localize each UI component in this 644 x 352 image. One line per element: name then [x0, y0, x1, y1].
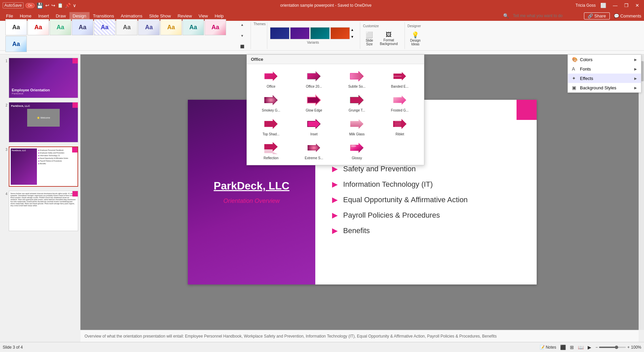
- menu-review[interactable]: Review: [174, 12, 195, 20]
- menu-view[interactable]: View: [195, 12, 211, 20]
- menu-transitions[interactable]: Transitions: [90, 12, 117, 20]
- normal-view-icon[interactable]: ⬛: [560, 345, 566, 350]
- background-styles-label: Background Styles: [580, 85, 616, 90]
- effect-topshad[interactable]: Top Shad...: [250, 115, 292, 138]
- theme-2[interactable]: Aa: [28, 19, 49, 35]
- slide-thumb-3[interactable]: 3 ParkDeck, LLC Employee Personnel Handb…: [1, 146, 79, 187]
- effect-smoky[interactable]: Smokey G...: [250, 91, 292, 115]
- ribbon-scroll: ▲ ▼ ⬛: [240, 22, 244, 49]
- effect-banded[interactable]: Banded E...: [378, 67, 421, 91]
- effect-riblet[interactable]: Riblet: [378, 115, 421, 138]
- theme-9[interactable]: Aa: [182, 19, 204, 35]
- theme-11[interactable]: Aa: [5, 36, 27, 52]
- variant-2[interactable]: [290, 27, 310, 39]
- menu-slideshow[interactable]: Slide Show: [146, 12, 174, 20]
- effect-office[interactable]: Office: [250, 67, 292, 91]
- zoom-slider[interactable]: [599, 347, 626, 348]
- effect-glossy[interactable]: Glossy: [335, 138, 378, 162]
- user-name: Tricia Goss: [576, 3, 596, 8]
- effect-frosted-label: Frosted G...: [391, 108, 409, 112]
- customize-effects[interactable]: ✦ Effects ▶: [568, 74, 641, 83]
- menu-animations[interactable]: Animations: [117, 12, 146, 20]
- customize-background-styles[interactable]: ▣ Background Styles ▶: [568, 83, 641, 92]
- variant-3[interactable]: [310, 27, 330, 39]
- effect-subtle[interactable]: Subtle So...: [335, 67, 378, 91]
- more-icon[interactable]: ∨: [73, 3, 76, 8]
- variant-1[interactable]: [270, 27, 289, 39]
- design-ideas-label: Design Ideas: [410, 39, 421, 46]
- slide-item-2: ▶ Safety and Prevention: [332, 165, 520, 173]
- right-scrollbar[interactable]: [639, 54, 644, 330]
- menu-design[interactable]: Design: [69, 12, 90, 20]
- zoom-in-icon[interactable]: +: [627, 345, 630, 350]
- menu-help[interactable]: Help: [211, 12, 227, 20]
- restore-down-icon[interactable]: ⬜: [598, 2, 608, 9]
- menu-home[interactable]: Home: [16, 12, 35, 20]
- background-styles-icon: ▣: [572, 85, 577, 90]
- ribbon-content: Aa Aa Aa Aa Aa Aa Aa Aa Aa Aa Aa ▲ ▼ ⬛ T…: [0, 21, 644, 50]
- slide-size-button[interactable]: ⬜ Slide Size: [363, 30, 376, 47]
- effect-glow[interactable]: Glow Edge: [292, 91, 335, 115]
- save-icon[interactable]: 💾: [37, 2, 43, 9]
- scroll-down-icon[interactable]: ▼: [240, 34, 244, 38]
- svg-marker-1: [307, 71, 321, 81]
- effect-inset[interactable]: Inset: [292, 115, 335, 138]
- svg-marker-5: [264, 95, 278, 105]
- slide-sorter-icon[interactable]: ⊞: [570, 345, 574, 350]
- present-icon[interactable]: 📋: [57, 3, 63, 8]
- svg-marker-14: [393, 119, 407, 129]
- scroll-more-icon[interactable]: ⬛: [240, 45, 244, 48]
- theme-8[interactable]: Aa: [160, 19, 182, 35]
- close-icon[interactable]: ✕: [633, 2, 641, 9]
- slide-company: ParkDeck, LLC: [214, 180, 289, 192]
- theme-1[interactable]: Aa: [5, 19, 27, 35]
- comments-button[interactable]: 💬 Comments: [614, 13, 641, 18]
- svg-point-23: [351, 145, 356, 147]
- menu-file[interactable]: File: [3, 12, 16, 20]
- maximize-icon[interactable]: ❐: [622, 2, 631, 9]
- pin-icon[interactable]: 📌: [65, 3, 71, 8]
- slide-item-text-4: Equal Opportunity & Affirmative Action: [343, 195, 468, 204]
- theme-7[interactable]: Aa: [138, 19, 160, 35]
- effect-smoky-label: Smokey G...: [262, 108, 280, 112]
- design-ideas-button[interactable]: 💡 Design Ideas: [408, 30, 423, 47]
- theme-4[interactable]: Aa: [72, 19, 93, 35]
- effect-grunge[interactable]: Grunge T...: [335, 91, 378, 115]
- notes-button[interactable]: 📝 Notes: [540, 345, 556, 350]
- variant-4[interactable]: [330, 27, 350, 39]
- undo-icon[interactable]: ↩: [45, 3, 49, 8]
- autosave-toggle[interactable]: On: [25, 3, 35, 8]
- themes-label-container: Themes: [252, 22, 266, 27]
- customize-fonts[interactable]: A Fonts ▶: [568, 64, 641, 74]
- effect-reflection[interactable]: Reflection: [250, 138, 292, 162]
- reading-view-icon[interactable]: 📖: [578, 345, 584, 350]
- effect-frosted[interactable]: Frosted G...: [378, 91, 421, 115]
- slide-thumb-4[interactable]: 4 Venmo fashion axe squid activated char…: [1, 190, 79, 232]
- share-button[interactable]: 🔗 Share: [584, 12, 609, 19]
- format-background-button[interactable]: 🖼 FormatBackground: [377, 30, 400, 47]
- slide-thumb-2[interactable]: 2 ParkDeck, LLC ⭐ Welcome: [1, 101, 79, 143]
- svg-marker-12: [308, 120, 320, 128]
- theme-5[interactable]: Aa: [94, 19, 115, 35]
- search-input[interactable]: [513, 13, 580, 18]
- redo-icon[interactable]: ↪: [51, 3, 55, 8]
- theme-10[interactable]: Aa: [205, 19, 226, 35]
- theme-3[interactable]: Aa: [50, 19, 71, 35]
- minimize-icon[interactable]: —: [611, 2, 620, 9]
- slide-thumb-1[interactable]: 1 Employee Orientation ParkDeck: [1, 57, 79, 99]
- scroll-up-icon[interactable]: ▲: [240, 23, 244, 27]
- slideshow-icon[interactable]: ▶: [588, 345, 591, 350]
- customize-colors[interactable]: 🎨 Colors ▶: [568, 55, 641, 64]
- zoom-level: 100%: [631, 345, 641, 350]
- variants-scroll[interactable]: ▲ ▼: [351, 27, 356, 39]
- effect-extreme[interactable]: Extreme S...: [292, 138, 335, 162]
- effects-grid: Office Office 20...: [247, 64, 424, 165]
- menu-draw[interactable]: Draw: [52, 12, 69, 20]
- menu-insert[interactable]: Insert: [35, 12, 53, 20]
- customize-panel: 🎨 Colors ▶ A Fonts ▶ ✦ Effects ▶ ▣ Backg…: [568, 54, 641, 93]
- svg-marker-6: [307, 95, 321, 105]
- effect-milkglass[interactable]: Milk Glass: [335, 115, 378, 138]
- effect-office20[interactable]: Office 20...: [292, 67, 335, 91]
- zoom-out-icon[interactable]: −: [595, 345, 598, 350]
- theme-6[interactable]: Aa: [116, 19, 138, 35]
